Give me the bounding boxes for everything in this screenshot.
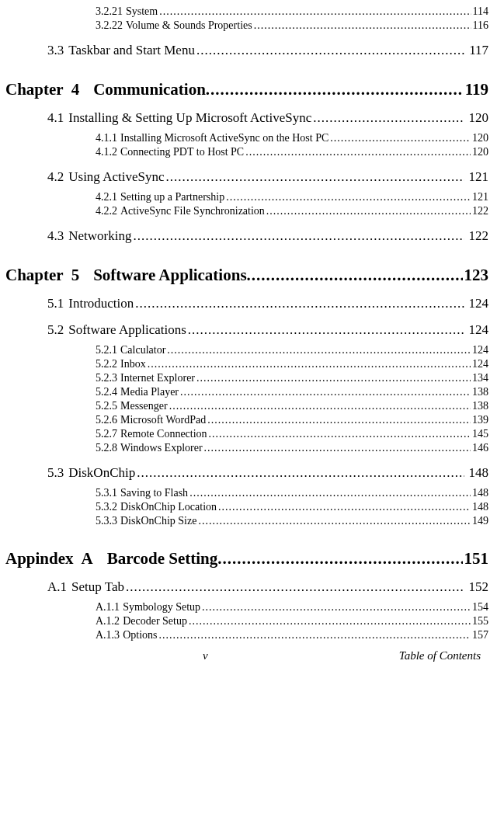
footer-label: Table of Contents [399, 649, 481, 662]
entry-title: Internet Explorer [120, 372, 195, 384]
chapter-number: A [74, 549, 107, 569]
entry-title: ActiveSync File Synchronization [120, 205, 265, 217]
entry-number: 5.2 [47, 322, 64, 338]
leader-dots: ........................................… [254, 19, 471, 32]
entry-title: Setup Tab [71, 579, 124, 595]
entry-number: 5.2.3 [96, 372, 117, 384]
entry-number: 3.2.21 [96, 5, 123, 18]
toc-entry-lvl2: 4.1Installing & Setting Up Microsoft Act… [4, 110, 488, 126]
leader-dots: ........................................… [133, 228, 464, 244]
leader-dots: ........................................… [313, 110, 464, 126]
entry-number: 5.2.7 [96, 428, 117, 440]
toc-entry-lvl3: 5.3.3DiskOnChip Size....................… [4, 515, 488, 527]
entry-page: 117 [469, 43, 488, 58]
chapter-title: Software Applications [93, 266, 246, 285]
entry-page: 122 [472, 205, 488, 217]
entry-number: 4.2 [47, 169, 64, 185]
entry-page: 154 [472, 601, 488, 614]
entry-page: 121 [469, 169, 489, 185]
entry-number: 5.3.3 [96, 515, 117, 527]
entry-page: 157 [472, 629, 488, 642]
entry-number: 4.3 [47, 228, 64, 244]
page-roman: v [12, 649, 399, 662]
entry-number: A.1.3 [96, 629, 120, 642]
toc-entry-lvl3: 5.2.3Internet Explorer..................… [4, 372, 488, 384]
entry-number: 4.1.2 [96, 146, 117, 158]
entry-title: Installing & Setting Up Microsoft Active… [68, 110, 311, 126]
leader-dots: ........................................… [148, 358, 471, 370]
entry-number: 5.2.6 [96, 414, 117, 426]
entry-title: Symbology Setup [123, 601, 200, 614]
entry-number: A.1.2 [96, 615, 120, 628]
toc-entry-lvl2: 4.3Networking...........................… [4, 228, 488, 244]
entry-title: Media Player [120, 386, 179, 398]
leader-dots: ........................................… [226, 191, 471, 203]
entry-title: DiskOnChip Location [120, 501, 217, 513]
leader-dots: ........................................… [247, 266, 463, 285]
toc-content: 3.2.21System............................… [4, 5, 488, 642]
entry-number: 5.2.1 [96, 344, 117, 356]
entry-number: 5.3 [47, 465, 64, 481]
entry-page: 124 [469, 322, 489, 338]
chapter-label: Appindex [5, 549, 74, 569]
entry-title: Connecting PDT to Host PC [120, 146, 244, 158]
leader-dots: ........................................… [189, 487, 471, 499]
toc-entry-lvl3: 5.2.5Messenger..........................… [4, 400, 488, 412]
toc-entry-lvl1: Chapter5Software Applications...........… [4, 266, 488, 285]
entry-page: 146 [472, 442, 488, 454]
entry-page: 116 [473, 19, 488, 32]
toc-entry-lvl2: 4.2Using ActiveSync.....................… [4, 169, 488, 185]
leader-dots: ........................................… [196, 372, 471, 384]
toc-entry-lvl3: 4.2.1Setting up a Partnership...........… [4, 191, 488, 203]
chapter-label: Chapter [5, 266, 64, 285]
leader-dots: ........................................… [135, 296, 464, 311]
entry-title: System [126, 5, 158, 18]
chapter-page: 151 [464, 549, 489, 569]
entry-page: 124 [472, 358, 488, 370]
entry-title: Networking [68, 228, 131, 244]
entry-page: 124 [472, 344, 488, 356]
entry-page: 152 [469, 579, 489, 595]
leader-dots: ........................................… [158, 629, 471, 642]
toc-entry-lvl3: 5.2.1Calculator.........................… [4, 344, 488, 356]
entry-number: A.1 [47, 579, 67, 595]
leader-dots: ........................................… [198, 515, 471, 527]
entry-title: Using ActiveSync [68, 169, 164, 185]
entry-title: Calculator [120, 344, 165, 356]
entry-number: 5.2.8 [96, 442, 117, 454]
entry-page: 121 [472, 191, 488, 203]
entry-page: 148 [472, 501, 488, 513]
leader-dots: ........................................… [188, 322, 464, 338]
entry-page: 122 [469, 228, 489, 244]
toc-entry-lvl3: 5.2.8Windows Explorer...................… [4, 442, 488, 454]
leader-dots: ........................................… [206, 80, 464, 99]
entry-number: 3.3 [47, 43, 64, 58]
entry-title: Volume & Sounds Properties [126, 19, 252, 32]
toc-entry-lvl2: A.1Setup Tab............................… [4, 579, 488, 595]
leader-dots: ........................................… [126, 579, 464, 595]
entry-title: Microsoft WordPad [120, 414, 206, 426]
leader-dots: ........................................… [207, 414, 471, 426]
entry-title: Taskbar and Start Menu [68, 43, 195, 58]
entry-page: 149 [472, 515, 488, 527]
entry-title: Saving to Flash [120, 487, 188, 499]
entry-number: 4.2.2 [96, 205, 117, 217]
entry-page: 120 [472, 132, 488, 144]
entry-title: Inbox [120, 358, 146, 370]
entry-number: 5.2.2 [96, 358, 117, 370]
entry-number: 3.2.22 [96, 19, 123, 32]
chapter-title: Barcode Setting [107, 549, 218, 569]
toc-entry-lvl3: A.1.2Decoder Setup......................… [4, 615, 488, 628]
entry-number: 4.1.1 [96, 132, 117, 144]
entry-title: Introduction [68, 296, 134, 311]
chapter-number: 5 [64, 266, 94, 285]
entry-title: Decoder Setup [123, 615, 187, 628]
leader-dots: ........................................… [169, 400, 471, 412]
leader-dots: ........................................… [180, 386, 471, 398]
entry-number: 5.2.5 [96, 400, 117, 412]
entry-title: Windows Explorer [120, 442, 203, 454]
entry-page: 120 [472, 146, 488, 158]
leader-dots: ........................................… [202, 601, 471, 614]
leader-dots: ........................................… [196, 43, 464, 58]
toc-entry-lvl3: 5.3.2DiskOnChip Location................… [4, 501, 488, 513]
